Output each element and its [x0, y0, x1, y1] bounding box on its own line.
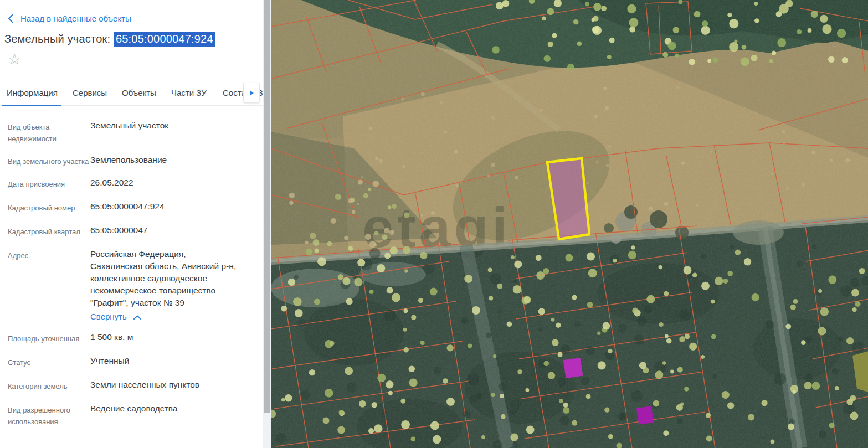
collapse-link[interactable]: Свернуть: [90, 311, 127, 323]
marked-parcel-square: [563, 358, 583, 378]
app: Назад в найденные объекты Земельный учас…: [0, 0, 868, 448]
chevron-up-icon: [133, 315, 141, 320]
tabs-scroll-right-button[interactable]: [243, 83, 260, 103]
star-icon: ☆: [8, 51, 21, 68]
field-row-area: Площадь уточненная 1 500 кв. м: [8, 331, 259, 344]
scrollbar-thumb[interactable]: [264, 0, 270, 413]
page-title: Земельный участок: 65:05:0000047:924: [4, 33, 263, 45]
field-row-object-kind: Вид объекта недвижимости Земельный участ…: [8, 120, 259, 145]
cadastral-number-highlight: 65:05:0000047:924: [114, 32, 215, 47]
back-link-label: Назад в найденные объекты: [20, 14, 131, 23]
field-row-permitted-use: Вид разрешенного использования Ведение с…: [8, 403, 259, 428]
field-row-parcel-kind: Вид земельного участка Землепользование: [8, 154, 259, 167]
field-row-date: Дата присвоения 26.05.2022: [8, 177, 259, 190]
field-row-address: Адрес Российская Федерация, Сахалинская …: [8, 248, 259, 323]
marked-parcel-square: [636, 406, 654, 424]
tab-bar: Информация Сервисы Объекты Части ЗУ Сост…: [0, 82, 263, 106]
field-row-land-category: Категория земель Земли населенных пункто…: [8, 379, 259, 392]
tab-services[interactable]: Сервисы: [73, 88, 107, 97]
address-line: "Графит", участок № 39: [90, 297, 259, 309]
active-tab-underline: [2, 105, 61, 106]
object-info-panel: Назад в найденные объекты Земельный учас…: [0, 0, 263, 448]
tab-objects[interactable]: Объекты: [122, 88, 156, 97]
address-line: Сахалинская область, Анивский р-н,: [90, 260, 259, 272]
chevron-right-icon: [249, 90, 254, 96]
tab-parts[interactable]: Части ЗУ: [171, 88, 207, 97]
chevron-left-icon: [8, 14, 13, 23]
field-row-status: Статус Учтенный: [8, 355, 259, 368]
field-row-cadastral-number: Кадастровый номер 65:05:0000047:924: [8, 200, 259, 214]
favorite-star-button[interactable]: ☆: [6, 51, 23, 68]
field-row-cadastral-quarter: Кадастровый квартал 65:05:0000047: [8, 224, 259, 238]
address-line: коллективное садоводческое: [90, 272, 259, 285]
back-link[interactable]: Назад в найденные объекты: [8, 14, 263, 23]
address-line: некоммерческое товарищество: [90, 285, 259, 297]
address-line: Российская Федерация,: [90, 248, 259, 260]
fields-list: Вид объекта недвижимости Земельный участ…: [0, 106, 263, 428]
page-title-label: Земельный участок:: [4, 33, 110, 45]
tab-information[interactable]: Информация: [7, 88, 58, 97]
map-view[interactable]: etagi: [271, 0, 868, 448]
panel-scrollbar[interactable]: [263, 0, 271, 448]
